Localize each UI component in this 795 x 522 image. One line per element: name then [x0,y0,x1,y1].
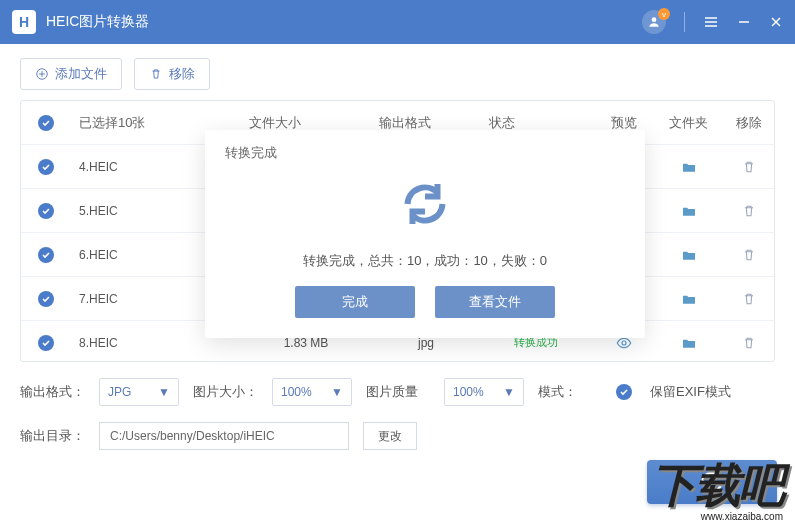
open-folder-button[interactable] [656,247,721,263]
svg-point-14 [622,341,626,345]
trash-icon [149,67,163,81]
conversion-complete-dialog: 转换完成 转换完成，总共：10，成功：10，失败：0 完成 查看文件 [205,130,645,338]
open-folder-button[interactable] [656,291,721,307]
delete-row-button[interactable] [721,247,775,263]
delete-row-button[interactable] [721,335,775,351]
image-size-select[interactable]: 100%▼ [272,378,352,406]
delete-row-button[interactable] [721,159,775,175]
start-convert-button[interactable] [647,460,777,504]
chevron-down-icon: ▼ [503,385,515,399]
col-remove: 移除 [721,114,775,132]
toolbar: 添加文件 移除 [0,44,795,100]
add-file-button[interactable]: 添加文件 [20,58,122,90]
mode-checkbox[interactable] [616,384,632,400]
view-files-button[interactable]: 查看文件 [435,286,555,318]
image-quality-label: 图片质量 [366,383,430,401]
image-quality-select[interactable]: 100%▼ [444,378,524,406]
refresh-icon [225,174,625,234]
chevron-down-icon: ▼ [158,385,170,399]
col-preview: 预览 [591,114,656,132]
add-file-label: 添加文件 [55,65,107,83]
svg-point-0 [652,17,657,22]
open-folder-button[interactable] [656,335,721,351]
close-icon[interactable] [769,15,783,29]
refresh-icon [698,468,726,496]
mode-label: 模式： [538,383,602,401]
open-folder-button[interactable] [656,159,721,175]
col-size: 文件大小 [241,114,371,132]
title-actions: v [642,10,783,34]
plus-circle-icon [35,67,49,81]
row-checkbox[interactable] [38,291,54,307]
notification-badge-icon: v [658,8,670,20]
dialog-message: 转换完成，总共：10，成功：10，失败：0 [225,252,625,270]
chevron-down-icon: ▼ [331,385,343,399]
output-format-label: 输出格式： [20,383,85,401]
app-title: HEIC图片转换器 [46,13,642,31]
change-dir-button[interactable]: 更改 [363,422,417,450]
row-checkbox[interactable] [38,159,54,175]
app-logo: H [12,10,36,34]
output-dir-input[interactable] [99,422,349,450]
row-checkbox[interactable] [38,247,54,263]
titlebar: H HEIC图片转换器 v [0,0,795,44]
open-folder-button[interactable] [656,203,721,219]
remove-button[interactable]: 移除 [134,58,210,90]
col-folder: 文件夹 [656,114,721,132]
settings-panel: 输出格式： JPG▼ 图片大小： 100%▼ 图片质量 100%▼ 模式： 保留… [0,362,795,450]
menu-icon[interactable] [703,15,719,29]
remove-label: 移除 [169,65,195,83]
select-all-checkbox[interactable] [38,115,54,131]
col-status: 状态 [481,114,591,132]
col-format: 输出格式 [371,114,481,132]
image-size-label: 图片大小： [193,383,258,401]
watermark-url: www.xiazaiba.com [651,511,783,522]
delete-row-button[interactable] [721,291,775,307]
minimize-icon[interactable] [737,15,751,29]
row-checkbox[interactable] [38,335,54,351]
delete-row-button[interactable] [721,203,775,219]
output-format-select[interactable]: JPG▼ [99,378,179,406]
output-dir-label: 输出目录： [20,427,85,445]
row-checkbox[interactable] [38,203,54,219]
mode-value: 保留EXIF模式 [650,383,731,401]
dialog-title: 转换完成 [225,144,625,162]
col-selected: 已选择10张 [71,114,241,132]
done-button[interactable]: 完成 [295,286,415,318]
user-avatar-icon[interactable]: v [642,10,666,34]
